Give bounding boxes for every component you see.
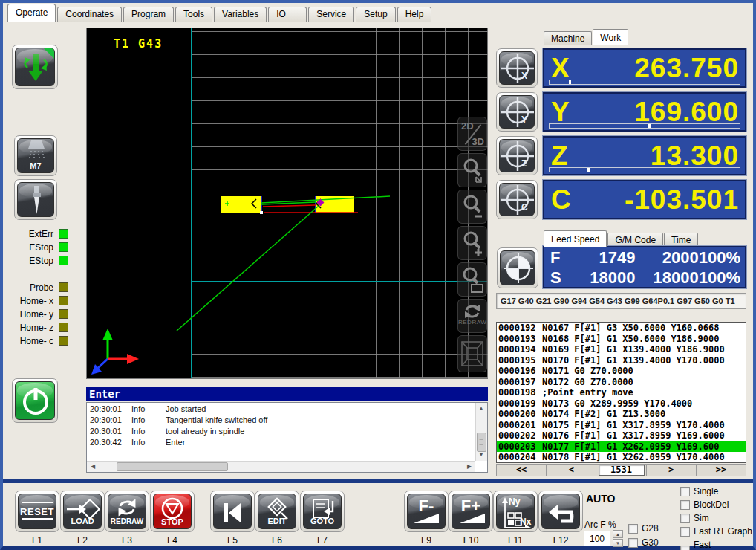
crosshair-y-icon: Y <box>500 96 535 129</box>
feed-minus-button[interactable]: F- <box>404 491 449 532</box>
axis-c-label: C <box>551 184 571 216</box>
power-icon <box>16 382 55 420</box>
feed-tabbar: Feed Speed G/M Code Time <box>544 230 699 247</box>
log-vertical-scrollbar[interactable]: ▲ ── ▼ <box>475 403 487 461</box>
zero-y-button[interactable]: Y <box>496 92 538 132</box>
feed-row: F 1749 2000 100% <box>544 248 745 268</box>
zoom-extents-icon <box>461 157 483 184</box>
crosshair-c-icon: C <box>500 184 535 216</box>
view-cube-button[interactable] <box>457 335 487 372</box>
redraw-button[interactable]: REDRAW <box>105 491 149 532</box>
power-on-button[interactable] <box>12 378 58 423</box>
toolpath-canvas[interactable]: T1 G43 2D <box>86 28 488 379</box>
tab-work[interactable]: Work <box>593 29 628 45</box>
edit-button[interactable]: EDIT <box>255 491 299 532</box>
back-button[interactable] <box>538 491 583 532</box>
blockdel-checkbox[interactable] <box>680 500 690 510</box>
tab-tools[interactable]: Tools <box>175 7 212 22</box>
fast-rendering-checkbox[interactable] <box>680 546 690 550</box>
rewind-button[interactable] <box>210 491 255 532</box>
scroll-up-icon[interactable]: ▲ <box>476 404 486 414</box>
reset-button[interactable]: RESET <box>15 491 59 532</box>
tab-io[interactable]: IO <box>268 7 307 22</box>
spindle-on-button[interactable] <box>12 45 58 89</box>
zoom-out-button[interactable] <box>457 190 487 224</box>
scroll-down-icon[interactable]: ▼ <box>476 450 486 460</box>
page-first-button[interactable]: << <box>497 465 547 476</box>
zero-x-button[interactable]: X <box>496 48 538 88</box>
checkbox-row-g30: G30 <box>628 537 659 548</box>
tab-operate[interactable]: Operate <box>7 4 56 22</box>
zero-z-button[interactable]: Z <box>496 136 538 175</box>
zoom-in-button[interactable] <box>457 226 487 260</box>
g28-checkbox[interactable] <box>628 524 638 534</box>
tab-coordinates[interactable]: Coordinates <box>57 7 122 22</box>
page-last-button[interactable]: >> <box>697 465 746 476</box>
fkey-label: F2 <box>60 535 105 546</box>
tab-program[interactable]: Program <box>123 7 174 22</box>
return-arrow-icon <box>546 500 576 527</box>
scroll-thumb[interactable] <box>117 462 228 471</box>
arc-f-spinner: ▲ ▼ <box>613 530 623 547</box>
probe-tool-icon <box>18 183 54 217</box>
single-checkbox[interactable] <box>680 487 690 496</box>
fkey-label: F11 <box>493 535 538 546</box>
fkey-label: F10 <box>449 535 493 546</box>
page-number[interactable]: 1531 <box>599 465 645 476</box>
page-prev-button[interactable]: < <box>547 465 596 476</box>
checkbox-row-g28: G28 <box>628 523 659 534</box>
fast-rt-graph-checkbox[interactable] <box>680 527 690 537</box>
spinner-down-icon[interactable]: ▼ <box>613 539 623 547</box>
fkey-label: F1 <box>15 535 59 546</box>
arc-f-input[interactable]: 100 <box>584 531 610 546</box>
reset-line-top <box>22 502 53 503</box>
redraw-view-button[interactable]: REDRAW <box>457 299 487 333</box>
log-horizontal-scrollbar[interactable]: ◀ ▶ <box>87 461 475 472</box>
position-tick <box>648 124 651 128</box>
page-next-button[interactable]: > <box>647 465 697 476</box>
tab-time[interactable]: Time <box>664 233 698 247</box>
coolant-m7-button[interactable]: M7 <box>14 135 57 176</box>
view-2d3d-button[interactable]: 2D 3D <box>457 117 487 151</box>
scroll-left-icon[interactable]: ◀ <box>88 462 98 472</box>
scroll-right-icon[interactable]: ▶ <box>464 462 475 472</box>
feed-override: 100% <box>699 248 740 268</box>
zoom-extents-button[interactable] <box>457 153 487 187</box>
tab-variables[interactable]: Variables <box>214 7 267 22</box>
probe-button[interactable] <box>14 179 57 220</box>
redraw-label: REDRAW <box>458 319 486 326</box>
feed-plus-button[interactable]: F+ <box>449 491 493 532</box>
modal-gcode-line: G17 G40 G21 G90 G94 G54 G43 G99 G64P0.1 … <box>496 293 746 309</box>
zero-all-button[interactable] <box>497 248 538 288</box>
log-entry: 20:30:01 Info Job started <box>87 403 487 414</box>
stop-button[interactable]: STOP <box>150 491 195 532</box>
g30-label: G30 <box>642 537 659 548</box>
g30-checkbox[interactable] <box>628 538 638 548</box>
tab-machine[interactable]: Machine <box>544 31 592 45</box>
gcode-listing[interactable]: 0000192N0167 F[#1] G3 X50.6000 Y160.0668… <box>496 322 746 463</box>
speed-row: S 18000 18000 100% <box>544 268 745 288</box>
tab-help[interactable]: Help <box>397 7 432 22</box>
zoom-window-button[interactable] <box>457 262 487 297</box>
zero-c-button[interactable]: C <box>496 180 538 219</box>
mode-label: AUTO <box>586 493 615 505</box>
checkbox-row-fast-rendering: Fast Rendering <box>680 540 753 550</box>
tab-setup[interactable]: Setup <box>356 7 395 22</box>
gcode-line: 0000201N0175 F[#1] G1 X317.8959 Y170.400… <box>497 420 746 431</box>
zoom-out-icon <box>461 193 483 220</box>
tab-service[interactable]: Service <box>308 7 354 22</box>
zoom-window-icon <box>460 266 484 294</box>
load-button[interactable]: LOAD <box>60 491 105 532</box>
goto-button[interactable]: GOTO <box>300 491 345 532</box>
sim-checkbox[interactable] <box>680 514 690 523</box>
spinner-up-icon[interactable]: ▲ <box>613 530 623 538</box>
gcode-line: 0000202N0176 F[#1] G1 X317.8959 Y169.600… <box>497 430 746 441</box>
view-2d-label: 2D <box>461 120 474 132</box>
single-label: Single <box>694 486 718 496</box>
fkey-label: F9 <box>404 535 449 546</box>
tab-feed-speed[interactable]: Feed Speed <box>544 230 607 247</box>
led-row-exterr: ExtErr <box>3 228 77 240</box>
tab-gm-code[interactable]: G/M Code <box>607 233 663 247</box>
log-box[interactable]: 20:30:01 Info Job started 20:30:01 Info … <box>86 402 488 473</box>
nesting-button[interactable]: Ny Nx <box>493 491 538 532</box>
